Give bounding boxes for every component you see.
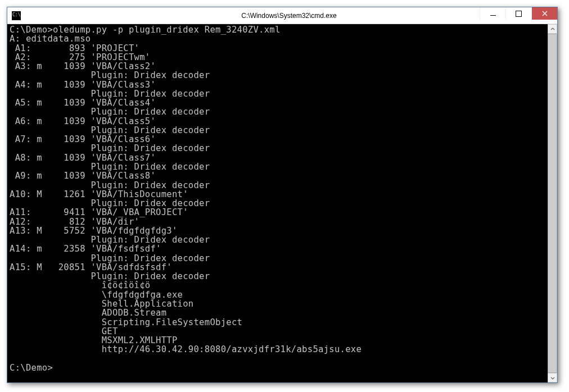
cmd-icon [12,11,21,20]
scroll-down-button[interactable] [548,373,557,382]
scroll-up-button[interactable] [548,24,557,34]
chevron-down-icon [550,376,555,380]
titlebar[interactable]: C:\Windows\System32\cmd.exe [7,7,557,24]
scroll-track[interactable] [548,34,557,373]
terminal-output[interactable]: C:\Demo>oledump.py -p plugin_dridex Rem_… [7,24,548,382]
close-icon [542,11,548,16]
scroll-thumb[interactable] [548,34,557,373]
window-controls [480,7,557,20]
cmd-window: C:\Windows\System32\cmd.exe C:\Demo>oled… [7,7,558,383]
maximize-button[interactable] [505,7,531,20]
scrollbar[interactable] [548,24,557,382]
terminal-area: C:\Demo>oledump.py -p plugin_dridex Rem_… [7,24,557,382]
minimize-button[interactable] [480,7,505,20]
window-title: C:\Windows\System32\cmd.exe [21,12,557,20]
chevron-up-icon [550,27,555,31]
close-button[interactable] [531,7,557,20]
